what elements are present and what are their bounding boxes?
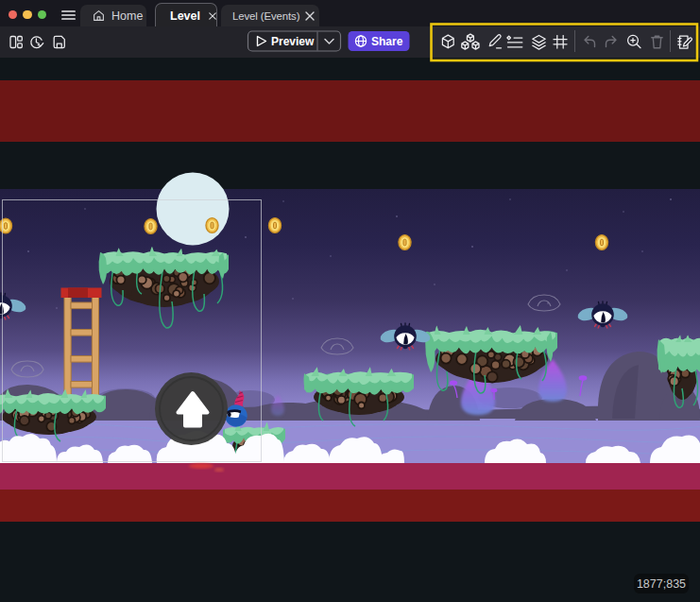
svg-text:Share: Share [371, 35, 403, 48]
svg-text:Preview: Preview [271, 35, 315, 48]
